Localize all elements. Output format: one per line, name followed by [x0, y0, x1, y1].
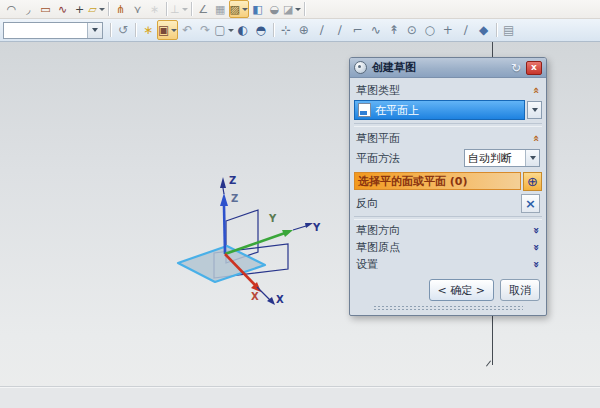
- expand-chevron-icon[interactable]: »: [531, 244, 542, 251]
- quick-trim-icon[interactable]: ⋔: [112, 1, 129, 17]
- sketch-orientation-section-header[interactable]: 草图方向 »: [354, 222, 542, 239]
- collapse-chevron-icon[interactable]: «: [531, 86, 542, 93]
- toolbar-separator: [108, 2, 109, 16]
- update-model-icon: ◧: [252, 4, 262, 15]
- sketch-type-value: 在平面上: [375, 103, 419, 118]
- toolbar-separator: [166, 2, 167, 16]
- sketch-type-section-header[interactable]: 草图类型 «: [354, 81, 542, 99]
- chevron-down-icon: [530, 156, 536, 160]
- chevron-down-icon: [92, 28, 98, 32]
- profile-tool-icon[interactable]: ◠: [3, 1, 20, 17]
- x-datum-label: X: [276, 294, 284, 305]
- snap-handle-icon[interactable]: ⊕: [295, 21, 313, 39]
- datum-axis-tick: [486, 360, 491, 366]
- toolbar-combobox[interactable]: [3, 22, 103, 39]
- expand-chevron-icon[interactable]: »: [531, 227, 542, 234]
- z-axis[interactable]: [224, 206, 225, 254]
- snap-arrow-icon[interactable]: ↟: [385, 21, 403, 39]
- snap-move-icon[interactable]: ⊹: [277, 21, 295, 39]
- cancel-button[interactable]: 取消: [500, 279, 540, 301]
- expand-chevron-icon[interactable]: »: [531, 261, 542, 268]
- toolbar-separator: [273, 23, 274, 37]
- rectangle-tool-icon[interactable]: ▭: [37, 1, 54, 17]
- dropdown-arrow-icon[interactable]: [242, 8, 248, 11]
- snap-point-icon[interactable]: ∗: [139, 21, 157, 39]
- dialog-title-bar[interactable]: 创建草图 ↻ x: [350, 58, 546, 78]
- snap-corner-icon[interactable]: ⌐: [349, 21, 367, 39]
- dropdown-arrow-icon[interactable]: [295, 8, 301, 11]
- reattach-forward-icon: ↷: [200, 24, 210, 36]
- ok-button[interactable]: < 确定 >: [429, 279, 494, 301]
- grid-toggle-icon[interactable]: ▤: [500, 21, 518, 39]
- collapse-chevron-icon[interactable]: «: [531, 134, 542, 141]
- quick-extend-icon[interactable]: ⋎: [129, 1, 146, 17]
- dropdown-arrow-icon[interactable]: [228, 29, 234, 32]
- datum-plane-xy-highlighted[interactable]: [178, 246, 265, 282]
- display-sketch-constraints-icon[interactable]: ▨: [229, 0, 249, 18]
- toolbar-separator: [496, 23, 497, 37]
- fillet-tool-icon[interactable]: ◞: [20, 1, 37, 17]
- snap-corner-icon: ⌐: [353, 24, 363, 36]
- y-datum-axis[interactable]: [293, 226, 306, 230]
- reattach-back-icon[interactable]: ↶: [178, 21, 196, 39]
- toolbar-separator: [191, 2, 192, 16]
- refresh-icon[interactable]: ↺: [114, 21, 132, 39]
- reverse-row: 反向 ×: [354, 193, 542, 214]
- constraints-menu-icon[interactable]: ⊥: [170, 1, 188, 17]
- plane-method-dropdown-button[interactable]: [525, 150, 539, 166]
- dialog-resize-grip[interactable]: [373, 305, 523, 310]
- quick-extend-icon: ⋎: [133, 4, 141, 15]
- plane-method-select[interactable]: 自动判断: [464, 149, 540, 167]
- combobox-dropdown-button[interactable]: [87, 23, 102, 38]
- update-model-icon[interactable]: ◧: [249, 1, 266, 17]
- show-constraints-icon[interactable]: ∠: [195, 1, 212, 17]
- wireframe-sphere-icon[interactable]: ◓: [252, 21, 270, 39]
- sketch-origin-section-header[interactable]: 草图原点 »: [354, 239, 542, 256]
- y-axis-arrow-icon: [282, 230, 293, 237]
- snap-center-icon[interactable]: ⊙: [403, 21, 421, 39]
- dialog-options-icon[interactable]: [354, 61, 367, 74]
- sketch-toolbar: ◠◞▭∿+▱⋔⋎∗⊥∠▦▨◧◒◪: [0, 0, 600, 19]
- snap-cube-icon[interactable]: ◆: [475, 21, 493, 39]
- offset-curve-icon[interactable]: ▱: [88, 1, 105, 17]
- settings-section-header[interactable]: 设置 »: [354, 256, 542, 273]
- selection-rect-icon[interactable]: ▢: [214, 21, 233, 39]
- reset-icon[interactable]: ↻: [511, 62, 521, 74]
- sketch-grid-icon[interactable]: ▦: [212, 1, 229, 17]
- snap-point-icon: ∗: [143, 24, 153, 36]
- snap-endpoint-icon[interactable]: ∕: [313, 21, 331, 39]
- sketch-plane-label: 草图平面: [356, 131, 400, 146]
- snap-slash-icon[interactable]: ∕: [457, 21, 475, 39]
- sketch-type-label: 草图类型: [356, 83, 400, 98]
- dropdown-arrow-icon[interactable]: [99, 8, 105, 11]
- reattach-forward-icon[interactable]: ↷: [196, 21, 214, 39]
- reverse-direction-button[interactable]: ×: [521, 194, 540, 213]
- select-face-button[interactable]: ⊕: [523, 172, 542, 191]
- dropdown-arrow-icon[interactable]: [182, 8, 188, 11]
- enable-snap-toggle-icon[interactable]: ▣: [157, 20, 178, 40]
- close-button[interactable]: x: [526, 61, 542, 75]
- point-tool-icon[interactable]: +: [71, 1, 88, 17]
- sketch-plane-section-header[interactable]: 草图平面 «: [354, 129, 542, 147]
- finish-sketch-icon[interactable]: ◪: [283, 1, 301, 17]
- datum-csys[interactable]: Z Z Y Y X X: [145, 172, 325, 312]
- z-axis-arrow-icon: [220, 193, 228, 206]
- make-corner-icon[interactable]: ∗: [146, 1, 163, 17]
- toolbar-separator: [135, 23, 136, 37]
- dropdown-arrow-icon[interactable]: [171, 29, 177, 32]
- snap-spline-icon[interactable]: ∿: [367, 21, 385, 39]
- snap-midpoint-icon[interactable]: ∕: [331, 21, 349, 39]
- y-datum-arrow-icon: [305, 223, 313, 228]
- sketch-task-icon[interactable]: ◒: [266, 1, 283, 17]
- snap-point2-icon[interactable]: +: [439, 21, 457, 39]
- sketch-grid-icon: ▦: [215, 4, 225, 15]
- z-datum-axis[interactable]: [223, 188, 224, 194]
- sketch-type-select[interactable]: 在平面上: [354, 100, 525, 120]
- shaded-sphere-icon[interactable]: ◐: [234, 21, 252, 39]
- studio-spline-icon[interactable]: ∿: [54, 1, 71, 17]
- sketch-type-dropdown-button[interactable]: [527, 101, 542, 119]
- select-plane-prompt[interactable]: 选择平的面或平面 (0): [354, 172, 521, 190]
- y-axis[interactable]: [225, 233, 285, 254]
- x-datum-axis[interactable]: [257, 287, 270, 300]
- snap-circle-icon[interactable]: ○: [421, 21, 439, 39]
